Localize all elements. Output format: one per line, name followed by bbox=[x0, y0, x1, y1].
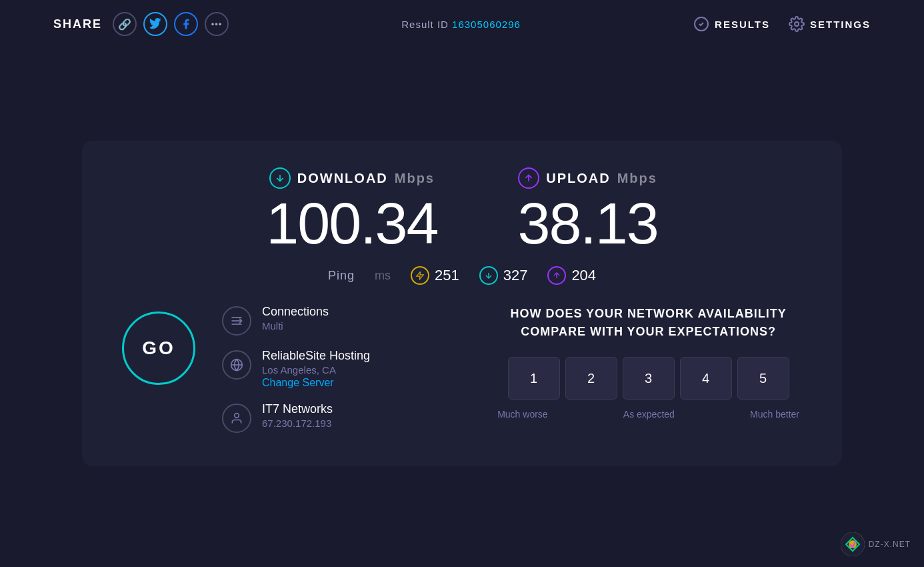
survey-label-expected: As expected bbox=[623, 409, 675, 420]
connections-value: Multi bbox=[262, 320, 329, 332]
survey-option-3[interactable]: 3 bbox=[623, 357, 675, 400]
download-ping-item: 327 bbox=[479, 266, 528, 285]
upload-ping-icon bbox=[547, 266, 566, 285]
jitter-item: 251 bbox=[411, 266, 459, 285]
svg-point-1 bbox=[795, 22, 799, 26]
speed-section: DOWNLOAD Mbps 100.34 UPLOAD Mbps 38.13 bbox=[122, 167, 802, 253]
upload-unit: Mbps bbox=[617, 171, 657, 186]
ping-label: Ping bbox=[328, 269, 355, 283]
upload-block: UPLOAD Mbps 38.13 bbox=[517, 167, 657, 253]
upload-label: UPLOAD bbox=[546, 171, 610, 186]
jitter-value: 251 bbox=[435, 267, 459, 284]
globe-icon bbox=[222, 350, 251, 380]
result-id-label: Result ID bbox=[401, 19, 449, 30]
download-ping-value: 327 bbox=[503, 267, 528, 284]
share-label: SHARE bbox=[53, 17, 102, 31]
download-ping-icon bbox=[479, 266, 498, 285]
connections-label: Connections bbox=[262, 305, 329, 319]
ping-unit: ms bbox=[375, 269, 391, 283]
survey-labels: Much worse As expected Much better bbox=[495, 409, 802, 420]
connections-text: Connections Multi bbox=[262, 305, 329, 332]
go-button[interactable]: GO bbox=[122, 312, 195, 385]
result-id-value[interactable]: 16305060296 bbox=[452, 19, 521, 30]
top-bar: SHARE 🔗 ••• Result ID 16305060296 RESULT… bbox=[0, 0, 924, 48]
download-block: DOWNLOAD Mbps 100.34 bbox=[266, 167, 437, 253]
host-location: Los Angeles, CA bbox=[262, 364, 370, 376]
upload-header: UPLOAD Mbps bbox=[518, 167, 657, 189]
host-text: ReliableSite Hosting Los Angeles, CA Cha… bbox=[262, 349, 370, 389]
survey-option-1[interactable]: 1 bbox=[508, 357, 560, 400]
host-item: ReliableSite Hosting Los Angeles, CA Cha… bbox=[222, 349, 441, 389]
watermark-text: DZ-X.NET bbox=[869, 540, 911, 549]
gear-icon bbox=[789, 16, 805, 32]
download-label: DOWNLOAD bbox=[297, 171, 388, 186]
download-header: DOWNLOAD Mbps bbox=[269, 167, 435, 189]
results-label: RESULTS bbox=[715, 19, 770, 30]
svg-point-11 bbox=[235, 414, 239, 418]
download-arrow-icon bbox=[269, 167, 291, 189]
survey-label-worse: Much worse bbox=[497, 409, 547, 420]
connections-item: Connections Multi bbox=[222, 305, 441, 336]
top-right-actions: RESULTS SETTINGS bbox=[693, 16, 871, 32]
go-label: GO bbox=[142, 338, 175, 359]
survey-buttons: 1 2 3 4 5 bbox=[508, 357, 789, 400]
result-id-section: Result ID 16305060296 bbox=[401, 19, 521, 30]
watermark-logo bbox=[841, 532, 865, 556]
upload-arrow-icon bbox=[518, 167, 539, 189]
download-value: 100.34 bbox=[266, 194, 437, 253]
watermark: DZ-X.NET bbox=[841, 532, 911, 556]
facebook-icon[interactable] bbox=[174, 12, 198, 36]
survey-section: HOW DOES YOUR NETWORK AVAILABILITY COMPA… bbox=[468, 305, 802, 420]
upload-value: 38.13 bbox=[517, 194, 657, 253]
host-label: ReliableSite Hosting bbox=[262, 349, 370, 363]
info-column: Connections Multi ReliableSite Hosting L… bbox=[222, 305, 441, 433]
network-item: IT7 Networks 67.230.172.193 bbox=[222, 402, 441, 433]
upload-ping-item: 204 bbox=[547, 266, 596, 285]
network-label: IT7 Networks bbox=[262, 402, 333, 416]
ping-row: Ping ms 251 327 204 bbox=[122, 266, 802, 285]
checkmark-circle-icon bbox=[693, 16, 709, 32]
settings-button[interactable]: SETTINGS bbox=[789, 16, 871, 32]
more-icon[interactable]: ••• bbox=[205, 12, 229, 36]
main-card: DOWNLOAD Mbps 100.34 UPLOAD Mbps 38.13 P… bbox=[82, 141, 842, 466]
survey-question: HOW DOES YOUR NETWORK AVAILABILITY COMPA… bbox=[495, 305, 802, 341]
jitter-icon bbox=[411, 266, 429, 285]
results-button[interactable]: RESULTS bbox=[693, 16, 770, 32]
ip-address: 67.230.172.193 bbox=[262, 418, 333, 429]
link-icon[interactable]: 🔗 bbox=[113, 12, 137, 36]
survey-option-2[interactable]: 2 bbox=[565, 357, 617, 400]
survey-option-4[interactable]: 4 bbox=[680, 357, 732, 400]
bottom-section: GO Connections Multi bbox=[122, 305, 802, 433]
settings-label: SETTINGS bbox=[810, 19, 871, 30]
change-server-link[interactable]: Change Server bbox=[262, 377, 370, 389]
connections-icon bbox=[222, 306, 251, 336]
survey-option-5[interactable]: 5 bbox=[737, 357, 789, 400]
download-unit: Mbps bbox=[395, 171, 435, 186]
twitter-icon[interactable] bbox=[143, 12, 167, 36]
person-icon bbox=[222, 404, 251, 433]
survey-label-better: Much better bbox=[750, 409, 799, 420]
upload-ping-value: 204 bbox=[571, 267, 596, 284]
share-section: SHARE 🔗 ••• bbox=[53, 12, 229, 36]
network-text: IT7 Networks 67.230.172.193 bbox=[262, 402, 333, 429]
